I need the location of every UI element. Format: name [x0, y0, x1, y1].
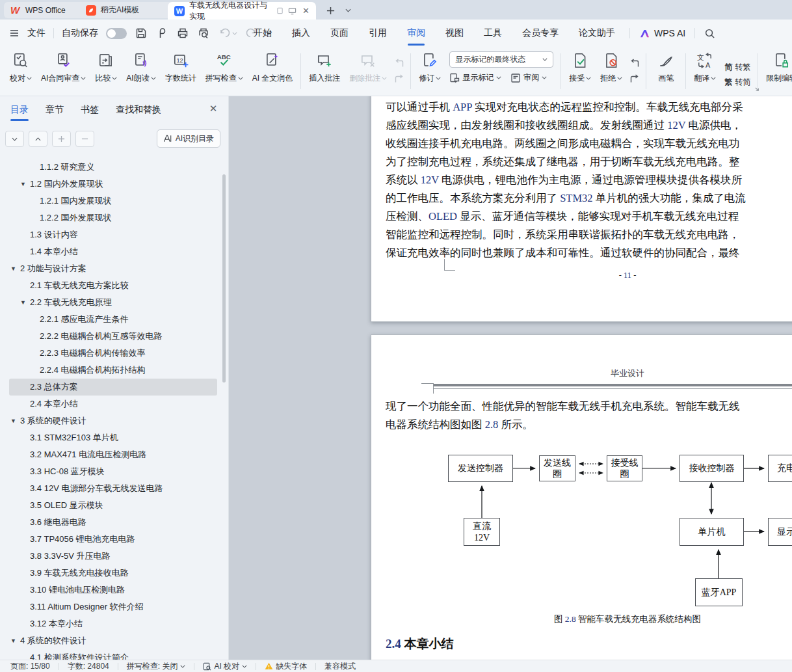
reject-change-button[interactable]: 拒绝 — [596, 47, 627, 96]
tab-docer-templates[interactable]: 稻壳AI模板 — [79, 2, 176, 18]
new-tab-button[interactable] — [323, 3, 337, 18]
toc-item[interactable]: ▼3 系统的硬件设计 — [9, 412, 217, 429]
sidebar-tab-find-replace[interactable]: 查找和替换 — [116, 104, 161, 116]
review-pane-button[interactable]: 审阅 — [510, 72, 547, 83]
menu-item-工具[interactable]: 工具 — [484, 27, 502, 39]
ai-contract-review-button[interactable]: AI合同审查 — [36, 47, 90, 96]
spell-check-status[interactable]: 拼写检查: 关闭 — [127, 661, 186, 672]
close-tab-icon[interactable]: ✕ — [302, 6, 310, 16]
menu-item-插入[interactable]: 插入 — [292, 27, 310, 39]
toc-item[interactable]: 1.2.2 国外发展现状 — [9, 209, 217, 226]
dialog-launcher-icon[interactable] — [754, 87, 760, 92]
tab-document-active[interactable]: W 车载无线充电器设计与实现 ✕ — [168, 2, 316, 20]
sidebar-tab-chapters[interactable]: 章节 — [46, 104, 64, 116]
document-canvas[interactable]: 可以通过手机 APP 实现对充电状态的远程监控和控制。车载无线充电部分采感应线圈… — [229, 96, 792, 660]
toc-item[interactable]: 1.2.1 国内发展现状 — [9, 193, 217, 209]
toc-item[interactable]: 3.12 本章小结 — [9, 615, 217, 632]
toc-item[interactable]: 2.2.1 感应电流产生条件 — [9, 311, 217, 328]
toc-item[interactable]: 3.6 继电器电路 — [9, 514, 217, 531]
word-count-indicator[interactable]: 字数: 24804 — [68, 661, 109, 672]
toc-item[interactable]: 3.11 Altium Designer 软件介绍 — [9, 598, 217, 615]
tab-list-chevron-icon[interactable] — [341, 3, 355, 18]
search-icon[interactable] — [704, 28, 715, 39]
previous-change-icon[interactable] — [629, 59, 640, 69]
toc-item[interactable]: 2.2.4 电磁耦合机构拓扑结构 — [9, 362, 217, 379]
undo-button[interactable] — [218, 27, 237, 40]
sidebar-tab-contents[interactable]: 目录 — [10, 104, 29, 116]
proofread-button[interactable]: 校对 — [5, 47, 36, 96]
close-sidebar-icon[interactable]: ✕ — [207, 103, 219, 114]
menu-item-审阅[interactable]: 审阅 — [407, 27, 425, 39]
accept-change-button[interactable]: 接受 — [564, 47, 596, 96]
delete-comment-button[interactable]: 删除批注 — [345, 47, 391, 96]
expand-all-button[interactable] — [5, 131, 24, 147]
toc-item[interactable]: ▼2 功能与设计方案 — [9, 260, 217, 277]
collapse-arrow-icon[interactable]: ▼ — [10, 265, 18, 272]
sidebar-scrollbar[interactable] — [222, 174, 226, 383]
page-indicator[interactable]: 页面: 15/80 — [10, 661, 50, 672]
ai-recognize-toc-button[interactable]: AI识别目录 — [157, 129, 220, 148]
insert-comment-button[interactable]: 插入批注 — [304, 47, 345, 96]
next-comment-icon[interactable] — [394, 74, 404, 85]
menu-item-开始[interactable]: 开始 — [254, 27, 272, 39]
traditional-to-simplified-button[interactable]: 繁转简 — [724, 77, 750, 88]
ink-brush-button[interactable]: 画笔 — [650, 47, 682, 96]
toc-item[interactable]: 4.1 检测系统软件设计简介 — [9, 649, 217, 660]
translate-button[interactable]: 文 A 翻译 — [689, 47, 720, 96]
toc-item[interactable]: ▼1.2 国内外发展现状 — [9, 176, 217, 193]
toc-item[interactable]: 3.7 TP4056 锂电池充电电路 — [9, 531, 217, 548]
export-pdf-icon[interactable] — [155, 27, 168, 40]
menu-item-视图[interactable]: 视图 — [445, 27, 464, 39]
toc-item[interactable]: 2.1 车载无线充电方案比较 — [9, 277, 217, 294]
toc-item[interactable]: 2.4 本章小结 — [9, 396, 217, 412]
wps-ai-button[interactable]: WPS AI — [639, 28, 685, 38]
toc-item[interactable]: 3.5 OLED 显示模块 — [9, 497, 217, 514]
previous-comment-icon[interactable] — [394, 59, 404, 69]
toc-item[interactable]: 1.1.2 研究意义 — [9, 159, 217, 176]
collapse-arrow-icon[interactable]: ▼ — [20, 181, 27, 187]
simplified-to-traditional-button[interactable]: 简转繁 — [724, 62, 750, 73]
toc-item[interactable]: 3.3 HC-08 蓝牙模块 — [9, 463, 217, 480]
ai-proofread-status[interactable]: AI 校对 — [203, 661, 247, 672]
menu-item-论文助手[interactable]: 论文助手 — [579, 27, 615, 39]
toc-item[interactable]: 3.1 STM32F103 单片机 — [9, 429, 217, 446]
ai-read-aloud-button[interactable]: AI朗读 — [122, 47, 160, 96]
collapse-arrow-icon[interactable]: ▼ — [10, 638, 18, 644]
print-preview-icon[interactable] — [197, 27, 210, 40]
toc-item[interactable]: 1.4 本章小结 — [9, 243, 217, 260]
toc-item[interactable]: ▼2.2 车载无线充电原理 — [9, 294, 217, 311]
menu-item-页面[interactable]: 页面 — [330, 27, 349, 39]
markup-state-dropdown[interactable]: 显示标记的最终状态 — [449, 51, 553, 68]
word-count-button[interactable]: 12 字数统计 — [161, 47, 201, 96]
print-icon[interactable] — [176, 27, 189, 40]
document-page-11[interactable]: 可以通过手机 APP 实现对充电状态的远程监控和控制。车载无线充电部分采感应线圈… — [371, 96, 792, 322]
track-changes-button[interactable]: 修订 — [414, 47, 445, 96]
collapse-arrow-icon[interactable]: ▼ — [20, 299, 27, 306]
tab-wps-office[interactable]: W WPS Office — [4, 2, 86, 18]
compat-mode-indicator[interactable]: 兼容模式 — [324, 661, 356, 672]
compare-button[interactable]: 比较 — [90, 47, 122, 96]
collapse-arrow-icon[interactable]: ▼ — [10, 418, 18, 424]
spell-check-button[interactable]: ABC 拼写检查 — [201, 47, 248, 96]
menu-item-会员专享[interactable]: 会员专享 — [522, 27, 559, 39]
zoom-out-outline-button[interactable] — [75, 131, 94, 147]
toc-item[interactable]: 3.2 MAX471 电流电压检测电路 — [9, 446, 217, 463]
menu-item-引用[interactable]: 引用 — [369, 27, 387, 39]
zoom-in-outline-button[interactable] — [52, 131, 71, 147]
toc-item[interactable]: 3.8 3.3V-5V 升压电路 — [9, 548, 217, 565]
toc-item[interactable]: 3.9 车载无线充电接收电路 — [9, 565, 217, 582]
toc-item[interactable]: 3.4 12V 电源部分车载无线发送电路 — [9, 480, 217, 497]
toc-item[interactable]: 1.3 设计内容 — [9, 226, 217, 243]
autosave-toggle[interactable] — [106, 28, 127, 39]
toc-item[interactable]: 3.10 锂电池电压检测电路 — [9, 582, 217, 598]
toc-item[interactable]: 2.2.3 电磁耦合机构传输效率 — [9, 345, 217, 362]
sidebar-tab-bookmarks[interactable]: 书签 — [81, 104, 99, 116]
next-change-icon[interactable] — [629, 74, 640, 85]
toc-item[interactable]: 2.2.2 电磁耦合机构互感等效电路 — [9, 328, 217, 345]
save-icon[interactable] — [135, 27, 148, 40]
collapse-all-button[interactable] — [29, 131, 47, 147]
missing-font-warning[interactable]: 缺失字体 — [265, 661, 307, 672]
file-menu[interactable]: 文件 — [27, 27, 46, 39]
document-page-12[interactable]: 毕业设计 现了一个功能全面、性能优异的智能车载无线手机充电系统。智能车载无线电器… — [371, 334, 792, 660]
show-markup-button[interactable]: 显示标记 — [449, 72, 501, 83]
